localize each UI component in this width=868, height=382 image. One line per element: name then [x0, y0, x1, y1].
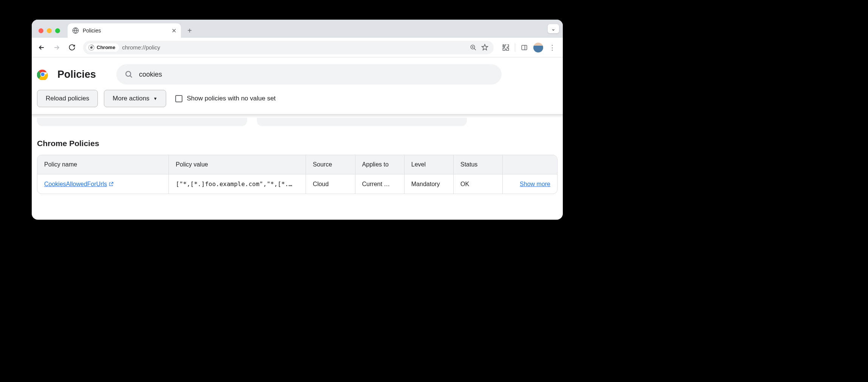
- profile-avatar[interactable]: [533, 43, 543, 52]
- refresh-icon: [68, 44, 76, 51]
- search-icon: [125, 70, 133, 79]
- toolbar-right: ⋮: [498, 42, 560, 53]
- status-cards-row: [32, 118, 563, 126]
- extensions-button[interactable]: [500, 42, 511, 53]
- window-close-button[interactable]: [39, 28, 43, 33]
- page-content: Policies cookies Reload policies More ac…: [32, 57, 563, 220]
- address-bar[interactable]: Chrome chrome://policy: [83, 41, 494, 54]
- tab-title: Policies: [83, 28, 168, 34]
- col-applies-to: Applies to: [355, 155, 404, 174]
- section-title: Chrome Policies: [32, 126, 563, 155]
- browser-tab[interactable]: Policies ✕: [68, 23, 181, 38]
- chrome-chip-label: Chrome: [97, 45, 115, 50]
- browser-menu-button[interactable]: ⋮: [547, 42, 558, 53]
- checkbox-icon: [175, 95, 182, 102]
- arrow-right-icon: [53, 44, 60, 51]
- col-policy-name: Policy name: [37, 155, 168, 174]
- col-actions: [502, 155, 557, 174]
- tab-strip: Policies ✕ + ⌄: [32, 20, 563, 38]
- policy-name-text: CookiesAllowedForUrls: [44, 181, 107, 188]
- external-link-icon: [108, 182, 114, 187]
- action-row: Reload policies More actions ▼ Show poli…: [32, 90, 563, 114]
- bookmark-star-icon[interactable]: [481, 44, 488, 51]
- caret-down-icon: ▼: [153, 96, 158, 101]
- divider: [515, 43, 515, 52]
- col-status: Status: [453, 155, 502, 174]
- window-minimize-button[interactable]: [47, 28, 52, 33]
- policy-level-cell: Mandatory: [404, 174, 453, 194]
- zoom-icon[interactable]: [470, 44, 477, 51]
- chevron-down-icon: ⌄: [551, 26, 556, 32]
- arrow-left-icon: [38, 44, 45, 51]
- chrome-chip: Chrome: [86, 43, 119, 52]
- svg-point-2: [90, 46, 93, 49]
- svg-point-8: [126, 71, 131, 76]
- show-more-link[interactable]: Show more: [520, 181, 550, 187]
- header-shadow: [32, 114, 563, 118]
- col-source: Source: [306, 155, 355, 174]
- col-level: Level: [404, 155, 453, 174]
- policy-name-link[interactable]: CookiesAllowedForUrls: [44, 181, 114, 188]
- browser-window: Policies ✕ + ⌄ Chrome chrom: [32, 20, 563, 220]
- reload-policies-button[interactable]: Reload policies: [37, 90, 98, 107]
- policy-search-input[interactable]: cookies: [116, 64, 502, 85]
- col-policy-value: Policy value: [168, 155, 306, 174]
- browser-toolbar: Chrome chrome://policy ⋮: [32, 38, 563, 57]
- policy-value-cell: ["*,[*.]foo.example.com","*,[*.…: [168, 174, 306, 194]
- back-button[interactable]: [35, 41, 48, 54]
- status-card: [257, 118, 467, 126]
- window-controls: [36, 28, 64, 38]
- side-panel-button[interactable]: [519, 42, 530, 53]
- window-maximize-button[interactable]: [55, 28, 60, 33]
- chrome-icon: [88, 45, 94, 51]
- table-header-row: Policy name Policy value Source Applies …: [37, 155, 557, 174]
- show-no-value-toggle[interactable]: Show policies with no value set: [175, 95, 276, 102]
- puzzle-icon: [502, 44, 510, 51]
- more-actions-button[interactable]: More actions ▼: [104, 90, 166, 107]
- show-no-value-label: Show policies with no value set: [187, 95, 276, 102]
- reload-button[interactable]: [65, 41, 79, 54]
- tabs-dropdown-button[interactable]: ⌄: [548, 24, 559, 33]
- policy-applies-cell: Current …: [355, 174, 404, 194]
- forward-button[interactable]: [50, 41, 63, 54]
- policy-table: Policy name Policy value Source Applies …: [37, 155, 558, 194]
- new-tab-button[interactable]: +: [184, 25, 195, 36]
- policy-source-cell: Cloud: [306, 174, 355, 194]
- page-title: Policies: [57, 69, 96, 80]
- chrome-logo-icon: [37, 69, 48, 80]
- policy-status-cell: OK: [453, 174, 502, 194]
- more-actions-label: More actions: [113, 95, 149, 102]
- panel-icon: [521, 44, 528, 51]
- status-card: [37, 118, 247, 126]
- reload-policies-label: Reload policies: [46, 95, 89, 102]
- page-header: Policies cookies: [32, 57, 563, 90]
- url-text: chrome://policy: [122, 44, 160, 51]
- globe-icon: [72, 27, 79, 34]
- svg-rect-4: [522, 45, 527, 50]
- table-row: CookiesAllowedForUrls ["*,[*.]foo.exampl…: [37, 174, 557, 194]
- close-tab-button[interactable]: ✕: [171, 27, 176, 34]
- search-value: cookies: [139, 71, 162, 79]
